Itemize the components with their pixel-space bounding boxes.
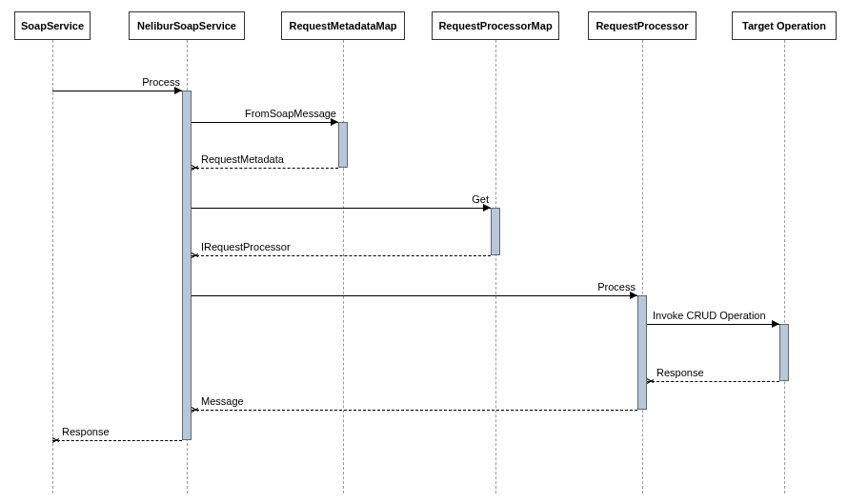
arrow-left-icon: [647, 377, 655, 385]
arrow-right-icon: [483, 204, 491, 212]
participant-label: SoapService: [21, 20, 84, 31]
activation-target: [779, 324, 789, 381]
msg-label: Get: [472, 193, 489, 205]
msg-label: Response: [656, 367, 704, 378]
msg-get: Get: [192, 208, 491, 209]
msg-label: FromSoapMessage: [245, 108, 336, 119]
lifeline-soap-service: [52, 40, 53, 494]
msg-label: Invoke CRUD Operation: [653, 310, 766, 321]
msg-request-metadata: RequestMetadata: [192, 168, 338, 169]
participant-reqproc: RequestProcessor: [588, 11, 697, 40]
activation-reqproc: [637, 295, 647, 410]
arrow-left-icon: [192, 164, 199, 171]
lifeline-reqmeta: [343, 40, 344, 494]
msg-label: Message: [201, 395, 244, 407]
sequence-diagram: SoapService NeliburSoapService RequestMe…: [0, 0, 848, 504]
msg-process-1: Process: [52, 91, 182, 91]
participant-soap-service: SoapService: [14, 11, 91, 40]
msg-invoke-crud: Invoke CRUD Operation: [647, 324, 779, 325]
activation-reqmeta: [338, 122, 348, 168]
arrow-right-icon: [630, 292, 637, 299]
activation-nelibur: [182, 91, 192, 440]
msg-label: Response: [62, 426, 110, 437]
participant-reqmeta: RequestMetadataMap: [281, 11, 405, 40]
lifeline-reqprocmap: [495, 40, 496, 494]
msg-message: Message: [192, 410, 637, 411]
activation-reqprocmap: [491, 208, 500, 255]
participant-label: RequestMetadataMap: [289, 20, 396, 31]
msg-label: Process: [142, 76, 180, 88]
msg-response-2: Response: [52, 440, 182, 441]
arrow-left-icon: [192, 252, 199, 259]
msg-irequest-processor: IRequestProcessor: [192, 255, 491, 256]
arrow-right-icon: [174, 87, 182, 94]
msg-from-soap-message: FromSoapMessage: [192, 122, 338, 123]
lifeline-target: [784, 40, 785, 494]
arrow-left-icon: [192, 406, 199, 413]
lifeline-reqproc: [642, 40, 643, 494]
participant-label: RequestProcessorMap: [438, 20, 552, 31]
msg-label: IRequestProcessor: [201, 241, 291, 252]
arrow-right-icon: [331, 118, 338, 126]
participant-label: RequestProcessor: [596, 20, 688, 31]
participant-nelibur: NeliburSoapService: [129, 11, 245, 40]
msg-label: RequestMetadata: [201, 153, 284, 165]
participant-label: NeliburSoapService: [137, 20, 236, 31]
arrow-right-icon: [772, 320, 779, 328]
participant-target: Target Operation: [732, 11, 837, 40]
msg-response-1: Response: [647, 381, 779, 382]
participant-label: Target Operation: [742, 20, 826, 31]
arrow-left-icon: [52, 436, 60, 444]
msg-label: Process: [597, 281, 636, 292]
msg-process-2: Process: [192, 295, 637, 296]
participant-reqprocmap: RequestProcessorMap: [432, 11, 559, 40]
